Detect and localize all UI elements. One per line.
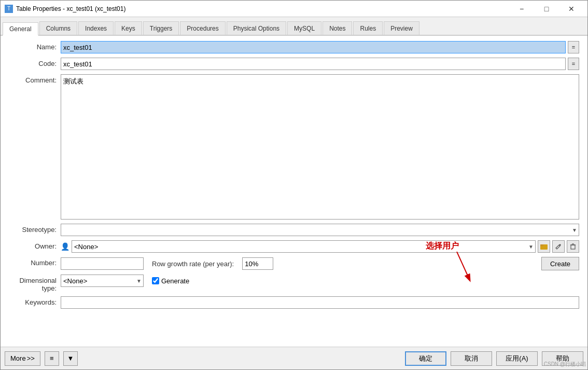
- name-input[interactable]: [61, 41, 566, 53]
- name-row: Name: =: [9, 41, 579, 53]
- owner-label: Owner:: [9, 240, 61, 250]
- app-icon: T: [5, 5, 13, 13]
- window-controls: − □ ✕: [510, 1, 583, 17]
- comment-row: Comment: 测试表: [9, 74, 579, 220]
- script-button[interactable]: ≡: [45, 351, 59, 366]
- number-row: Number: Row growth rate (per year): Crea…: [9, 257, 579, 270]
- script-arrow-button[interactable]: ▼: [63, 351, 78, 366]
- maximize-button[interactable]: □: [535, 1, 558, 17]
- comment-textarea[interactable]: 测试表: [61, 74, 579, 220]
- close-button[interactable]: ✕: [559, 1, 583, 17]
- code-eq-button[interactable]: =: [568, 58, 579, 70]
- row-growth-label: Row growth rate (per year):: [152, 260, 234, 268]
- name-field-wrapper: =: [61, 41, 579, 53]
- tab-rules[interactable]: Rules: [353, 21, 383, 35]
- more-button[interactable]: More >>: [5, 351, 40, 366]
- minimize-button[interactable]: −: [510, 1, 534, 17]
- code-label: Code:: [9, 58, 61, 67]
- owner-select-button[interactable]: [538, 240, 550, 253]
- code-input[interactable]: [61, 58, 566, 70]
- more-label: More: [10, 354, 26, 362]
- dimensional-field-wrapper: <None> Generate: [61, 275, 579, 287]
- owner-user-icon: 👤: [61, 242, 69, 251]
- script-icon: ≡: [50, 354, 54, 362]
- tab-general[interactable]: General: [3, 22, 38, 36]
- create-button[interactable]: Create: [541, 257, 579, 270]
- chevron-down-icon: ▼: [67, 354, 74, 362]
- dimensional-label: Dimensional type:: [9, 275, 61, 292]
- owner-select[interactable]: <None>: [72, 240, 536, 253]
- window-title: Table Properties - xc_test01 (xc_test01): [16, 5, 510, 12]
- tab-procedures[interactable]: Procedures: [180, 21, 225, 35]
- keywords-label: Keywords:: [9, 296, 61, 306]
- folder-icon: [540, 243, 548, 250]
- code-field-wrapper: =: [61, 58, 579, 70]
- name-label: Name:: [9, 41, 61, 51]
- tab-bar: General Columns Indexes Keys Triggers Pr…: [1, 17, 587, 36]
- generate-label: Generate: [161, 277, 189, 285]
- dimensional-row: Dimensional type: <None> Generate: [9, 275, 579, 292]
- comment-label: Comment:: [9, 74, 61, 84]
- bottom-bar: More >> ≡ ▼ 确定 取消 应用(A) 帮助: [1, 347, 587, 369]
- owner-row: Owner: 👤 <None>: [9, 240, 579, 253]
- number-input[interactable]: [61, 257, 144, 270]
- keywords-input[interactable]: [61, 296, 579, 309]
- tab-columns[interactable]: Columns: [39, 21, 77, 35]
- tab-notes[interactable]: Notes: [323, 21, 352, 35]
- number-field-wrapper: Row growth rate (per year): Create: [61, 257, 579, 270]
- owner-edit-button[interactable]: [552, 240, 565, 253]
- stereotype-select[interactable]: [61, 224, 579, 236]
- tab-preview[interactable]: Preview: [384, 21, 419, 35]
- cancel-button[interactable]: 取消: [451, 351, 492, 366]
- edit-icon: [555, 243, 562, 250]
- owner-delete-button[interactable]: [567, 240, 579, 253]
- code-row: Code: =: [9, 58, 579, 70]
- keywords-row: Keywords:: [9, 296, 579, 309]
- stereotype-row: Stereotype:: [9, 224, 579, 236]
- stereotype-label: Stereotype:: [9, 224, 61, 234]
- tab-triggers[interactable]: Triggers: [143, 21, 179, 35]
- help-button[interactable]: 帮助: [542, 351, 583, 366]
- keywords-field-wrapper: [61, 296, 579, 309]
- title-bar: T Table Properties - xc_test01 (xc_test0…: [1, 1, 587, 17]
- generate-checkbox[interactable]: [152, 277, 159, 284]
- bottom-actions: 确定 取消 应用(A) 帮助: [405, 351, 583, 366]
- tab-keys[interactable]: Keys: [115, 21, 142, 35]
- more-arrow: >>: [27, 354, 35, 362]
- generate-checkbox-label: Generate: [152, 277, 189, 285]
- dimensional-select[interactable]: <None>: [61, 275, 144, 287]
- number-label: Number:: [9, 257, 61, 267]
- tab-physical-options[interactable]: Physical Options: [227, 21, 286, 35]
- confirm-button[interactable]: 确定: [405, 351, 446, 366]
- delete-icon: [570, 243, 576, 250]
- row-growth-input[interactable]: [242, 257, 273, 270]
- name-eq-button[interactable]: =: [568, 41, 579, 53]
- tab-indexes[interactable]: Indexes: [78, 21, 114, 35]
- main-content: Name: = Code: = Comment: 测试表: [1, 36, 587, 347]
- tab-mysql[interactable]: MySQL: [287, 21, 321, 35]
- stereotype-field-wrapper: [61, 224, 579, 236]
- svg-rect-1: [540, 244, 543, 246]
- owner-field-wrapper: 👤 <None>: [61, 240, 579, 253]
- apply-button[interactable]: 应用(A): [496, 351, 538, 366]
- comment-field-wrapper: 测试表: [61, 74, 579, 220]
- svg-rect-2: [571, 245, 575, 249]
